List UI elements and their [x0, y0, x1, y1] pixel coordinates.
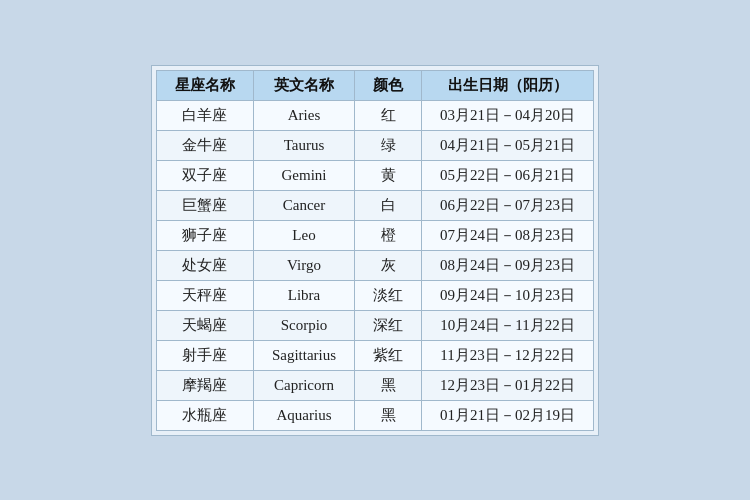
table-cell: Sagittarius: [253, 340, 354, 370]
table-cell: 红: [355, 100, 422, 130]
table-cell: 黄: [355, 160, 422, 190]
table-cell: 黑: [355, 400, 422, 430]
table-cell: 绿: [355, 130, 422, 160]
zodiac-table-container: 星座名称英文名称颜色出生日期（阳历） 白羊座Aries红03月21日－04月20…: [151, 65, 599, 436]
table-cell: 11月23日－12月22日: [422, 340, 594, 370]
table-header-cell: 英文名称: [253, 70, 354, 100]
table-body: 白羊座Aries红03月21日－04月20日金牛座Taurus绿04月21日－0…: [156, 100, 593, 430]
table-cell: 04月21日－05月21日: [422, 130, 594, 160]
table-row: 白羊座Aries红03月21日－04月20日: [156, 100, 593, 130]
table-cell: 08月24日－09月23日: [422, 250, 594, 280]
table-cell: 07月24日－08月23日: [422, 220, 594, 250]
table-cell: 橙: [355, 220, 422, 250]
table-header-row: 星座名称英文名称颜色出生日期（阳历）: [156, 70, 593, 100]
table-cell: 水瓶座: [156, 400, 253, 430]
table-header-cell: 星座名称: [156, 70, 253, 100]
table-cell: 黑: [355, 370, 422, 400]
table-cell: 天秤座: [156, 280, 253, 310]
table-cell: 白羊座: [156, 100, 253, 130]
table-cell: Aries: [253, 100, 354, 130]
table-cell: Libra: [253, 280, 354, 310]
table-row: 射手座Sagittarius紫红11月23日－12月22日: [156, 340, 593, 370]
zodiac-table: 星座名称英文名称颜色出生日期（阳历） 白羊座Aries红03月21日－04月20…: [156, 70, 594, 431]
table-cell: Aquarius: [253, 400, 354, 430]
table-cell: Capricorn: [253, 370, 354, 400]
table-row: 金牛座Taurus绿04月21日－05月21日: [156, 130, 593, 160]
table-cell: 狮子座: [156, 220, 253, 250]
table-cell: 06月22日－07月23日: [422, 190, 594, 220]
table-header-cell: 出生日期（阳历）: [422, 70, 594, 100]
table-cell: Leo: [253, 220, 354, 250]
table-cell: Gemini: [253, 160, 354, 190]
table-cell: 巨蟹座: [156, 190, 253, 220]
table-row: 天秤座Libra淡红09月24日－10月23日: [156, 280, 593, 310]
table-row: 摩羯座Capricorn黑12月23日－01月22日: [156, 370, 593, 400]
table-cell: 摩羯座: [156, 370, 253, 400]
table-cell: 天蝎座: [156, 310, 253, 340]
table-cell: 05月22日－06月21日: [422, 160, 594, 190]
table-cell: 深红: [355, 310, 422, 340]
table-cell: 10月24日－11月22日: [422, 310, 594, 340]
table-cell: 处女座: [156, 250, 253, 280]
table-header-cell: 颜色: [355, 70, 422, 100]
table-cell: 淡红: [355, 280, 422, 310]
table-cell: 09月24日－10月23日: [422, 280, 594, 310]
table-cell: 射手座: [156, 340, 253, 370]
table-cell: 紫红: [355, 340, 422, 370]
table-row: 处女座Virgo灰08月24日－09月23日: [156, 250, 593, 280]
table-cell: 01月21日－02月19日: [422, 400, 594, 430]
table-cell: 12月23日－01月22日: [422, 370, 594, 400]
table-cell: Scorpio: [253, 310, 354, 340]
table-row: 水瓶座Aquarius黑01月21日－02月19日: [156, 400, 593, 430]
table-row: 天蝎座Scorpio深红10月24日－11月22日: [156, 310, 593, 340]
table-cell: Cancer: [253, 190, 354, 220]
table-cell: 白: [355, 190, 422, 220]
table-row: 狮子座Leo橙07月24日－08月23日: [156, 220, 593, 250]
table-cell: 金牛座: [156, 130, 253, 160]
table-cell: Virgo: [253, 250, 354, 280]
table-cell: Taurus: [253, 130, 354, 160]
table-cell: 双子座: [156, 160, 253, 190]
table-cell: 灰: [355, 250, 422, 280]
table-cell: 03月21日－04月20日: [422, 100, 594, 130]
table-row: 巨蟹座Cancer白06月22日－07月23日: [156, 190, 593, 220]
table-row: 双子座Gemini黄05月22日－06月21日: [156, 160, 593, 190]
